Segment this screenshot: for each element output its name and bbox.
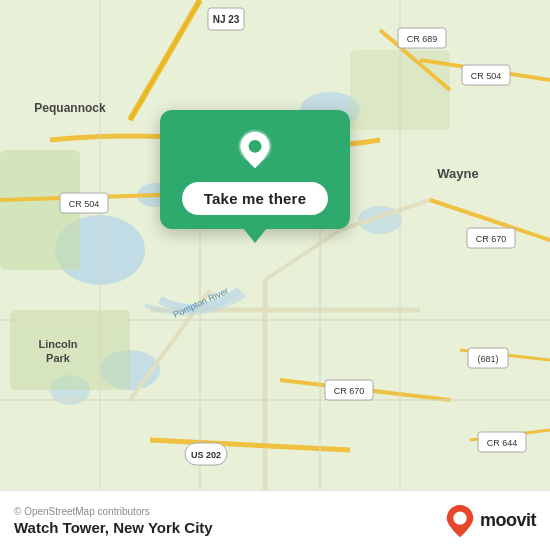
location-name: Watch Tower, New York City (14, 519, 213, 536)
svg-text:CR 670: CR 670 (334, 386, 365, 396)
svg-text:(681): (681) (477, 354, 498, 364)
moovit-pin-icon (444, 503, 476, 539)
svg-text:CR 670: CR 670 (476, 234, 507, 244)
location-city: New York City (113, 519, 212, 536)
svg-rect-8 (10, 310, 130, 390)
moovit-brand-text: moovit (480, 510, 536, 531)
location-separator: , (105, 519, 113, 536)
location-title: Watch Tower (14, 519, 105, 536)
svg-text:NJ 23: NJ 23 (213, 14, 240, 25)
copyright-text: © OpenStreetMap contributors (14, 506, 213, 517)
footer-info: © OpenStreetMap contributors Watch Tower… (14, 506, 213, 536)
svg-text:CR 504: CR 504 (69, 199, 100, 209)
footer: © OpenStreetMap contributors Watch Tower… (0, 490, 550, 550)
svg-text:Park: Park (46, 352, 71, 364)
svg-text:CR 689: CR 689 (407, 34, 438, 44)
take-me-there-button[interactable]: Take me there (182, 182, 328, 215)
svg-text:US 202: US 202 (191, 450, 221, 460)
svg-text:CR 504: CR 504 (471, 71, 502, 81)
svg-point-57 (249, 140, 262, 153)
map-container: NJ 23 US 202 CR 689 CR 504 CR 504 CR 670… (0, 0, 550, 490)
moovit-logo: moovit (444, 503, 536, 539)
svg-text:CR 644: CR 644 (487, 438, 518, 448)
svg-point-58 (453, 511, 466, 524)
svg-text:Pequannock: Pequannock (34, 101, 106, 115)
popup-card[interactable]: Take me there (160, 110, 350, 229)
svg-text:Lincoln: Lincoln (38, 338, 77, 350)
location-pin-icon (233, 128, 277, 172)
svg-text:Wayne: Wayne (437, 166, 478, 181)
